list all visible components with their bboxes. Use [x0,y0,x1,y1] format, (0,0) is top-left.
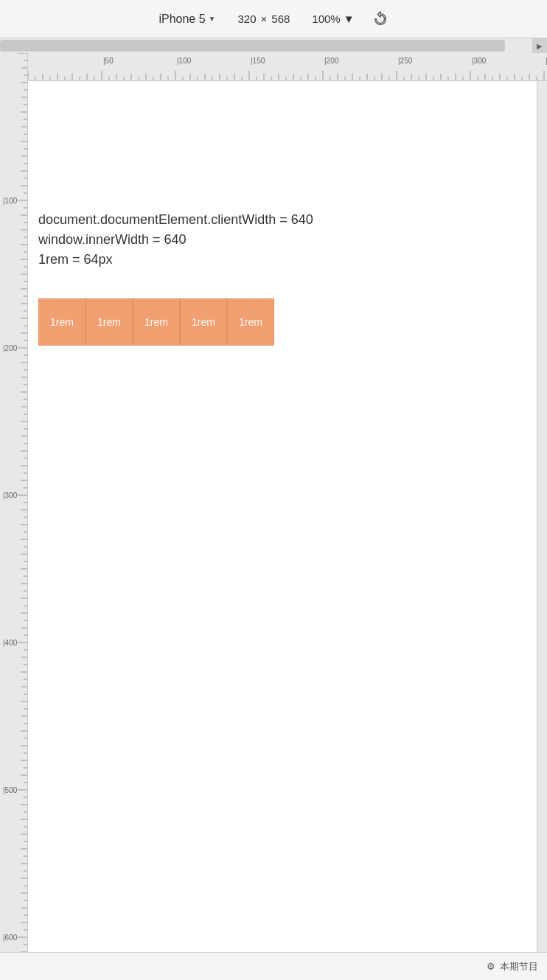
zoom-selector[interactable]: 100% ▼ [312,13,354,25]
svg-text:|200: |200 [324,57,339,65]
rem-box-1: 1rem [38,298,86,346]
toolbar: iPhone 5 ▼ 320 × 568 100% ▼ [0,0,547,38]
svg-text:|600: |600 [3,934,18,942]
scroll-right-button[interactable]: ▶ [532,38,547,53]
rotate-icon [372,11,389,27]
viewport: document.documentElement.clientWidth = 6… [28,81,547,980]
device-name: iPhone 5 [158,13,205,26]
svg-text:|500: |500 [3,786,18,794]
info-text-block: document.documentElement.clientWidth = 6… [38,210,313,270]
bottom-bar-icon: ⚙ [487,961,495,972]
svg-rect-79 [0,53,28,980]
vertical-ruler-svg: |100|200|300|400|500|600 [0,53,28,980]
info-line-1: document.documentElement.clientWidth = 6… [38,210,313,230]
scroll-thumb[interactable] [0,40,505,52]
zoom-level: 100% [312,13,340,25]
vertical-scrollbar[interactable] [537,81,547,980]
rem-box-5: 1rem [227,298,274,346]
svg-text:|400: |400 [3,639,18,647]
svg-text:|150: |150 [251,57,265,65]
svg-text:|300: |300 [472,57,487,65]
horizontal-ruler-svg: |50|100|150|200|250|300|350 [28,53,547,81]
rotate-button[interactable] [372,11,389,27]
times-symbol: × [261,13,268,25]
horizontal-scrollbar[interactable]: ▶ [0,38,547,53]
rem-box-3: 1rem [133,298,180,346]
main-area: |50|100|150|200|250|300|350 |100|200|300… [0,53,547,980]
vertical-ruler: |100|200|300|400|500|600 [0,53,28,980]
rem-box-4: 1rem [180,298,227,346]
bottom-bar-label: 本期节目 [500,960,538,973]
viewport-height: 568 [271,13,290,25]
svg-text:|200: |200 [3,344,18,352]
svg-text:|100: |100 [177,57,192,65]
svg-text:|100: |100 [3,197,18,205]
svg-text:|250: |250 [398,57,413,65]
info-line-3: 1rem = 64px [38,250,313,270]
svg-text:|300: |300 [3,491,18,500]
rem-box-2: 1rem [86,298,133,346]
horizontal-ruler: |50|100|150|200|250|300|350 [28,53,547,81]
device-chevron: ▼ [209,15,216,23]
svg-text:|50: |50 [103,57,114,65]
bottom-bar: ⚙ 本期节目 [0,952,547,980]
viewport-width: 320 [238,13,257,25]
zoom-chevron: ▼ [344,13,355,25]
device-selector[interactable]: iPhone 5 ▼ [158,13,215,26]
info-line-2: window.innerWidth = 640 [38,230,313,250]
dimensions-display: 320 × 568 [238,13,290,25]
rem-box-row: 1rem 1rem 1rem 1rem 1rem [38,298,274,346]
